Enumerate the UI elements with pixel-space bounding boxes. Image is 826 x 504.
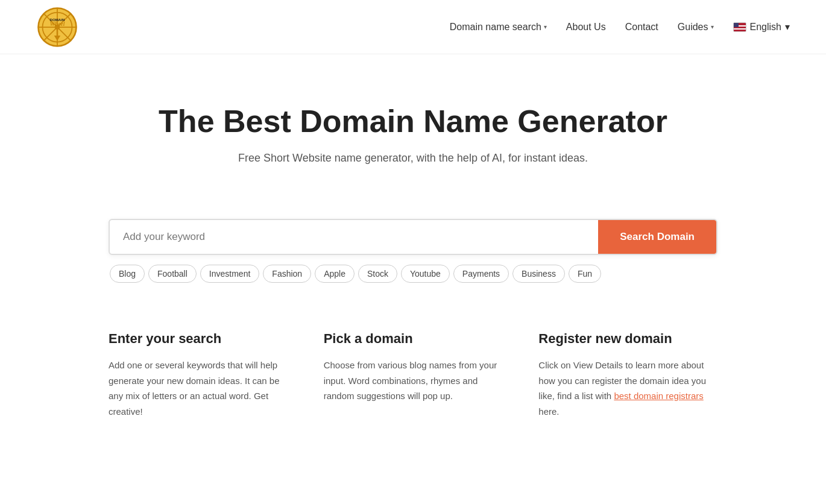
nav-domain-search[interactable]: Domain name search ▾ [450,22,547,33]
info-card-pick-domain: Pick a domain Choose from various blog n… [324,331,503,419]
info-card-pick-domain-title: Pick a domain [324,331,503,347]
chevron-down-icon-guides: ▾ [711,24,714,30]
main-nav: Domain name search ▾ About Us Contact Gu… [450,21,790,33]
hero-section: The Best Domain Name Generator Free Shor… [0,54,826,219]
search-input[interactable] [110,220,598,254]
chevron-down-icon-lang: ▾ [785,21,790,33]
info-card-register-domain-body: Click on View Details to learn more abou… [538,358,717,419]
us-flag-icon [733,22,746,32]
logo[interactable]: DOMAIN Wheel [36,6,78,48]
info-card-register-domain: Register new domain Click on View Detail… [538,331,717,419]
info-card-pick-domain-body: Choose from various blog names from your… [324,358,503,404]
site-header: DOMAIN Wheel Domain name search ▾ About … [0,0,826,54]
keyword-tag-stock[interactable]: Stock [358,265,397,283]
chevron-down-icon: ▾ [544,24,547,30]
search-bar: Search Domain [109,219,717,255]
keyword-tag-fun[interactable]: Fun [569,265,601,283]
nav-contact[interactable]: Contact [625,22,658,33]
register-body-suffix: here. [538,406,559,417]
keyword-tags: BlogFootballInvestmentFashionAppleStockY… [109,265,717,283]
search-domain-button[interactable]: Search Domain [598,220,716,254]
keyword-tag-investment[interactable]: Investment [200,265,259,283]
keyword-tag-business[interactable]: Business [512,265,565,283]
nav-about[interactable]: About Us [566,22,606,33]
hero-subtitle: Free Short Website name generator, with … [24,152,802,165]
info-card-enter-search-body: Add one or several keywords that will he… [109,358,288,419]
search-section: Search Domain BlogFootballInvestmentFash… [84,219,742,283]
keyword-tag-youtube[interactable]: Youtube [401,265,450,283]
nav-guides[interactable]: Guides ▾ [678,22,714,33]
keyword-tag-football[interactable]: Football [148,265,197,283]
svg-text:Wheel: Wheel [49,20,65,27]
best-registrars-link[interactable]: best domain registrars [614,391,703,401]
keyword-tag-payments[interactable]: Payments [453,265,509,283]
info-card-register-domain-title: Register new domain [538,331,717,347]
language-selector[interactable]: English ▾ [733,21,790,33]
keyword-tag-fashion[interactable]: Fashion [263,265,311,283]
keyword-tag-apple[interactable]: Apple [315,265,355,283]
hero-title: The Best Domain Name Generator [24,102,802,140]
info-section: Enter your search Add one or several key… [84,331,742,455]
info-card-enter-search: Enter your search Add one or several key… [109,331,288,419]
keyword-tag-blog[interactable]: Blog [110,265,145,283]
logo-icon: DOMAIN Wheel [36,6,78,48]
info-card-enter-search-title: Enter your search [109,331,288,347]
